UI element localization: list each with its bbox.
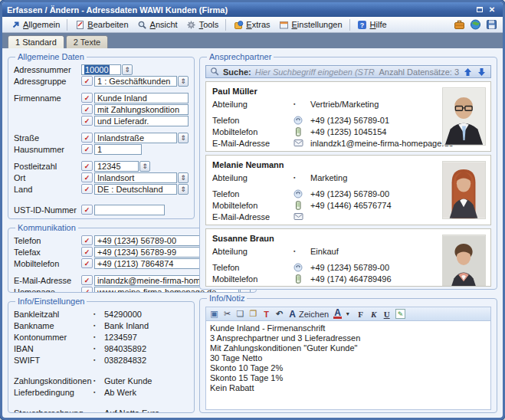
paste-button[interactable]: ❐: [249, 308, 257, 320]
edit-note-button[interactable]: ✎: [395, 309, 405, 319]
contact-phone: +49 (1234) 56789-01: [310, 116, 389, 125]
globe-button[interactable]: [470, 19, 480, 30]
close-button[interactable]: ✕: [486, 5, 498, 15]
titlebar: Erfassen / Ändern - Adressdaten WAWI Kun…: [2, 2, 503, 17]
copy-button[interactable]: ❏: [236, 308, 244, 320]
check-icon[interactable]: ✓: [81, 205, 93, 215]
contact-card-melanie-neumann[interactable]: Melanie Neumann Abteilung ▪ Marketing Te…: [205, 155, 491, 225]
contact-list: Paul Müller Abteilung ▪ Vertrieb/Marketi…: [205, 81, 491, 287]
bullet-icon: ▪: [93, 323, 104, 328]
text-format-button[interactable]: T: [262, 308, 271, 320]
menu-ansicht[interactable]: Ansicht: [133, 18, 182, 31]
plz-input[interactable]: 12345: [94, 161, 139, 172]
left-column: Allgemeine Daten Adressnummer 10000 ⇕ Ad…: [8, 52, 195, 413]
font-button[interactable]: A: [288, 308, 297, 320]
bold-button[interactable]: F: [356, 308, 365, 320]
contact-mobile: +49 (174) 464789496: [310, 274, 392, 284]
menu-einstellungen[interactable]: Einstellungen: [275, 18, 346, 31]
tab-texte[interactable]: 2 Texte: [66, 35, 108, 48]
insert-image-button[interactable]: ▣: [210, 308, 218, 320]
info-row-steuerberechnung: Steuerberechnung▪Auf Netto Euro: [14, 407, 189, 413]
ustid-input[interactable]: [94, 205, 165, 215]
check-icon[interactable]: ✓: [81, 275, 93, 285]
font-button-label[interactable]: Zeichen: [299, 308, 329, 320]
adressgruppe-combo[interactable]: 1 : Geschäftkunden: [94, 76, 177, 87]
font-color-button[interactable]: A: [333, 309, 342, 319]
info-row-bankname: Bankname▪Bank Inland: [14, 320, 189, 331]
font-color-caret-icon[interactable]: ▾: [343, 308, 352, 320]
next-record-button[interactable]: [477, 67, 487, 77]
info-value: 984035892: [104, 344, 146, 353]
check-icon[interactable]: ✓: [81, 184, 93, 194]
field-adressnummer: Adressnummer 10000 ⇕: [14, 64, 189, 75]
contact-search-bar[interactable]: Suche: Hier Suchbegriff eingeben (STRG+S…: [205, 65, 491, 78]
contact-card-susanne-braun[interactable]: Susanne Braun Abteilung ▪ Einkauf Telefo…: [205, 228, 491, 287]
strasse-input[interactable]: Inlandstraße: [94, 133, 177, 143]
firmenname1-input[interactable]: Kunde Inland: [94, 93, 189, 103]
check-icon[interactable]: ✓: [81, 161, 93, 171]
content: Allgemeine Daten Adressnummer 10000 ⇕ Ad…: [2, 48, 503, 418]
field-label: Hausnummer: [14, 145, 81, 154]
field-firmenname-3: ✓ und Lieferadr.: [14, 115, 189, 126]
menu-label: Extras: [246, 20, 270, 29]
menu-tools[interactable]: Tools: [182, 18, 223, 31]
check-icon[interactable]: ✓: [81, 258, 93, 268]
check-icon[interactable]: ✓: [81, 144, 93, 154]
save-button[interactable]: [486, 19, 497, 30]
italic-button[interactable]: K: [369, 308, 378, 320]
prev-record-button[interactable]: [463, 67, 473, 77]
mail-icon: [293, 212, 310, 221]
strasse-dropdown[interactable]: ⇕: [178, 133, 189, 143]
land-dropdown[interactable]: ⇕: [178, 184, 189, 195]
briefcase-button[interactable]: [454, 19, 464, 30]
bullet-icon: ▪: [93, 357, 104, 363]
menu-bearbeiten[interactable]: Bearbeiten: [71, 18, 132, 31]
note-line: Kein Rabatt: [210, 383, 487, 393]
info-row-bankleitzahl: Bankleitzahl▪54290000: [14, 308, 189, 320]
info-value: 54290000: [104, 310, 142, 319]
land-combo[interactable]: DE : Deutschland: [94, 184, 177, 195]
check-icon[interactable]: ✓: [81, 287, 93, 293]
note-textarea[interactable]: Kunde Inland - Firmenanschrift 3 Ansprec…: [205, 321, 491, 410]
section-legend: Kommunikation: [15, 223, 78, 232]
info-row-lieferbedingung: Lieferbedingung▪Ab Werk: [14, 386, 189, 398]
menu-extras[interactable]: Extras: [229, 18, 274, 31]
field-land: Land ✓ DE : Deutschland ⇕: [14, 183, 189, 195]
ort-dropdown[interactable]: ⇕: [178, 172, 189, 183]
plz-spinner[interactable]: ⇕: [139, 161, 150, 172]
field-firmenname-2: ✓ mit Zahlungskondition: [14, 103, 189, 115]
check-icon[interactable]: ✓: [81, 235, 93, 245]
check-icon[interactable]: ✓: [81, 104, 93, 114]
check-icon[interactable]: ✓: [81, 76, 93, 86]
check-icon[interactable]: ✓: [81, 133, 93, 143]
field-ort: Ort ✓ Inlandsort ⇕: [14, 172, 189, 183]
underline-button[interactable]: U: [382, 308, 391, 320]
cut-button[interactable]: ✂: [223, 308, 231, 320]
ort-input[interactable]: Inlandsort: [94, 172, 177, 183]
firmenname2-input[interactable]: mit Zahlungskondition: [94, 104, 189, 115]
adressgruppe-dropdown[interactable]: ⇕: [178, 76, 189, 87]
adressnummer-spinner[interactable]: ⇕: [122, 64, 133, 75]
hausnummer-input[interactable]: 1: [94, 144, 142, 155]
einstellungen-icon: [279, 19, 290, 30]
note-line: Kunde Inland - Firmenanschrift: [210, 323, 487, 333]
check-icon[interactable]: ✓: [81, 93, 93, 103]
check-icon[interactable]: ✓: [81, 116, 93, 126]
bullet-icon: ▪: [293, 175, 304, 180]
check-icon[interactable]: ✓: [81, 247, 93, 257]
allgemein-icon: [10, 19, 21, 30]
mail-icon: [293, 139, 310, 147]
check-icon[interactable]: ✓: [81, 172, 93, 182]
menu-hilfe[interactable]: ? Hilfe: [353, 18, 391, 31]
adressnummer-input[interactable]: 10000: [81, 64, 121, 75]
tab-standard[interactable]: 1 Standard: [8, 35, 64, 48]
menu-allgemein[interactable]: Allgemein: [6, 18, 64, 31]
contact-card-paul-mueller[interactable]: Paul Müller Abteilung ▪ Vertrieb/Marketi…: [205, 81, 491, 152]
firmenname3-input[interactable]: und Lieferadr.: [94, 116, 189, 126]
contact-department: Marketing: [310, 173, 347, 182]
bullet-icon: ▪: [93, 311, 104, 317]
search-input[interactable]: Hier Suchbegriff eingeben (STRG+S): [255, 67, 375, 77]
field-label: Firmenname: [14, 94, 81, 103]
restore-button[interactable]: [474, 5, 486, 15]
undo-button[interactable]: ↶: [275, 308, 284, 320]
